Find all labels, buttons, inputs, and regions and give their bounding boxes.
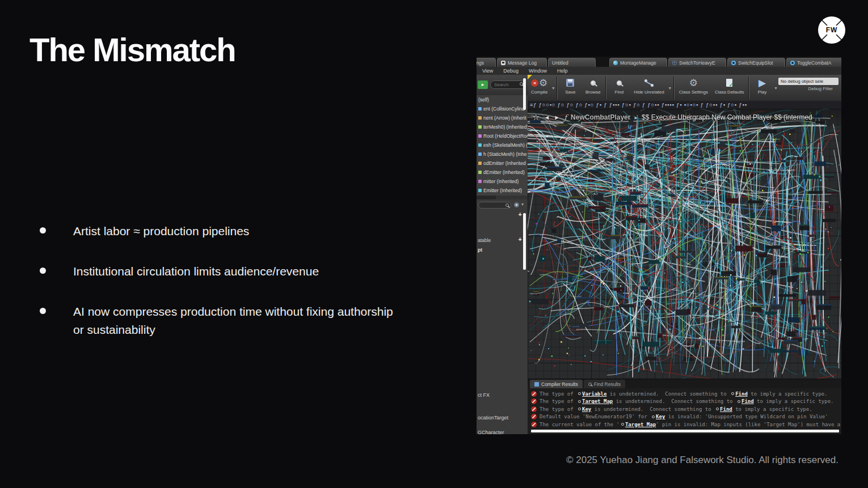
toolbar-separator: [605, 77, 606, 99]
tab-untitled[interactable]: Untitled: [548, 58, 596, 67]
find-results-icon: [588, 383, 592, 386]
component-label: ent (CollisionCylind: [483, 106, 525, 112]
chevron-down-icon[interactable]: [774, 86, 777, 91]
error-text: is invalid: 'Unsupported type Wildcard o…: [665, 414, 828, 419]
tab-settings[interactable]: tings: [477, 58, 496, 67]
component-row[interactable]: h (StaticMesh) (Inhe: [477, 150, 528, 159]
add-item-button[interactable]: [519, 211, 522, 218]
tab-montage-manage[interactable]: MontageManage: [609, 58, 667, 67]
component-row[interactable]: (self): [477, 95, 528, 104]
compiler-error-row[interactable]: The type of Key is undetermined. Connect…: [531, 405, 840, 413]
menu-window[interactable]: Window: [529, 68, 547, 74]
error-text: is undetermined. Connect something to: [591, 406, 714, 412]
magnifier-icon: [591, 77, 596, 88]
bullet-dot-icon: [40, 227, 46, 234]
compiler-error-row[interactable]: The current value of the 'Target Map' pi…: [531, 421, 840, 428]
browse-button[interactable]: Browse: [582, 75, 604, 101]
function-icon: [564, 113, 567, 122]
add-item-button[interactable]: [519, 236, 522, 243]
section-label[interactable]: atable: [478, 237, 491, 243]
blueprint-graph[interactable]: NewCombatPlayer $$ Execute Ubergraph New…: [528, 109, 841, 379]
find-button[interactable]: Find: [608, 75, 630, 101]
component-row[interactable]: nent (Arrow) (Inherit: [477, 113, 528, 122]
pin-link[interactable]: Target Map: [625, 422, 656, 427]
menu-help[interactable]: Help: [557, 68, 568, 74]
tab-compiler-results[interactable]: Compiler Results: [530, 380, 583, 388]
my-blueprint-search[interactable]: [478, 202, 511, 209]
component-label: dEmitter (Inherited): [483, 169, 525, 175]
blueprint-circle-icon: [731, 61, 736, 65]
pin-link[interactable]: Find: [720, 406, 732, 412]
class-defaults-button[interactable]: Class Defaults: [711, 75, 748, 101]
breadcrumb-function-name[interactable]: NewCombatPlayer: [571, 113, 630, 121]
pin-link[interactable]: Key: [656, 414, 665, 419]
component-label: h (StaticMesh) (Inhe: [483, 151, 527, 157]
component-row[interactable]: dEmitter (Inherited): [477, 168, 528, 177]
chevron-down-icon[interactable]: [552, 86, 554, 91]
component-row[interactable]: Root (HeldObjectRoo: [477, 131, 528, 141]
compiler-error-row[interactable]: The type of Target Map is undetermined. …: [531, 398, 840, 406]
compiler-error-row[interactable]: The type of Variable is undetermined. Co…: [531, 390, 840, 398]
variable-row[interactable]: GCharacter: [478, 430, 504, 434]
section-label[interactable]: pt: [478, 247, 482, 253]
tab-find-results[interactable]: Find Results: [584, 380, 625, 388]
component-row[interactable]: Emitter (Inherited): [477, 186, 528, 195]
debug-object-dropdown[interactable]: No debug object sele: [778, 78, 838, 85]
pin-link[interactable]: Variable: [582, 391, 606, 397]
bullet-text: AI now compresses production time withou…: [73, 303, 394, 339]
slide: { "slide": { "title": "The Mismatch", "b…: [0, 0, 868, 488]
horizontal-scrollbar[interactable]: [531, 430, 839, 432]
hide-unrelated-button[interactable]: Hide Unrelated: [630, 75, 667, 101]
components-scrollbar[interactable]: [523, 78, 526, 110]
component-row[interactable]: terMesh0) (Inherited): [477, 122, 528, 131]
compiler-error-row[interactable]: Default value 'NewEnumerator19' for Key …: [531, 413, 840, 421]
components-search: [490, 80, 525, 89]
compiler-errors-list: The type of Variable is undetermined. Co…: [531, 390, 840, 428]
component-label: esh (SkeletalMesh) (: [483, 142, 528, 148]
pin-link[interactable]: Find: [735, 391, 748, 397]
pin-link[interactable]: Key: [582, 406, 591, 412]
sidebar-toolbar: [477, 75, 528, 95]
play-button[interactable]: Play: [751, 75, 773, 101]
favorite-star-icon[interactable]: [532, 112, 540, 122]
gear-icon: [689, 77, 698, 88]
tab-switch-equip-slot[interactable]: SwitchEquipSlot: [727, 58, 785, 67]
component-row[interactable]: esh (SkeletalMesh) (: [477, 141, 528, 150]
forward-arrow-icon[interactable]: [554, 114, 560, 121]
error-text: is undetermined. Connect something to: [613, 398, 736, 404]
component-row[interactable]: ent (CollisionCylind: [477, 104, 528, 113]
blueprint-graph-canvas[interactable]: [528, 109, 841, 379]
error-icon: [531, 414, 537, 419]
save-button[interactable]: Save: [559, 75, 582, 101]
menu-debug[interactable]: Debug: [503, 68, 519, 74]
chevron-down-icon[interactable]: [669, 86, 671, 91]
component-label: (self): [478, 97, 489, 103]
component-row[interactable]: odEmitter (Inherited: [477, 159, 528, 168]
error-text: ' pin is invalid: Map inputs (like 'Targ…: [656, 422, 840, 427]
pin-link[interactable]: Target Map: [582, 398, 613, 404]
document-check-icon: [726, 77, 732, 88]
add-component-button[interactable]: [478, 80, 488, 89]
breadcrumb-graph-path[interactable]: $$ Execute Ubergraph New Combat Player $…: [642, 113, 812, 121]
floppy-icon: [566, 77, 574, 88]
tab-toggle-combat[interactable]: ToggleCombatA: [786, 58, 841, 67]
error-text: to imply a specific type.: [748, 391, 828, 397]
variable-row[interactable]: ocationTarget: [478, 415, 508, 421]
function-tab-strip[interactable]: ≡ƒ ƒ○○▪○ ƒ○ ƒ○ ƒ○ ƒ▪○ ƒ▪ ƒ ƒ▪▪▪ ƒ○▪ ƒ○ ƒ…: [528, 101, 841, 109]
variable-row[interactable]: ct FX: [478, 392, 490, 398]
chevron-down-icon[interactable]: [521, 202, 524, 207]
visibility-filter-icon[interactable]: [514, 202, 519, 207]
my-blueprint-scrollbar[interactable]: [523, 213, 526, 270]
tab-switch-to-heavy[interactable]: SwitchToHeavyE: [668, 58, 726, 67]
class-settings-button[interactable]: Class Settings: [676, 75, 711, 101]
tab-label: Untitled: [552, 60, 568, 66]
tab-label: tings: [477, 60, 484, 66]
panel-tab-stub[interactable]: [477, 196, 496, 200]
tab-message-log[interactable]: Message Log: [497, 58, 547, 67]
component-icon: [478, 116, 482, 120]
component-row[interactable]: mitter (Inherited): [477, 177, 528, 186]
pin-link[interactable]: Find: [741, 398, 754, 404]
back-arrow-icon[interactable]: [543, 114, 550, 121]
menu-view[interactable]: View: [482, 68, 493, 74]
component-icon: [478, 189, 482, 192]
